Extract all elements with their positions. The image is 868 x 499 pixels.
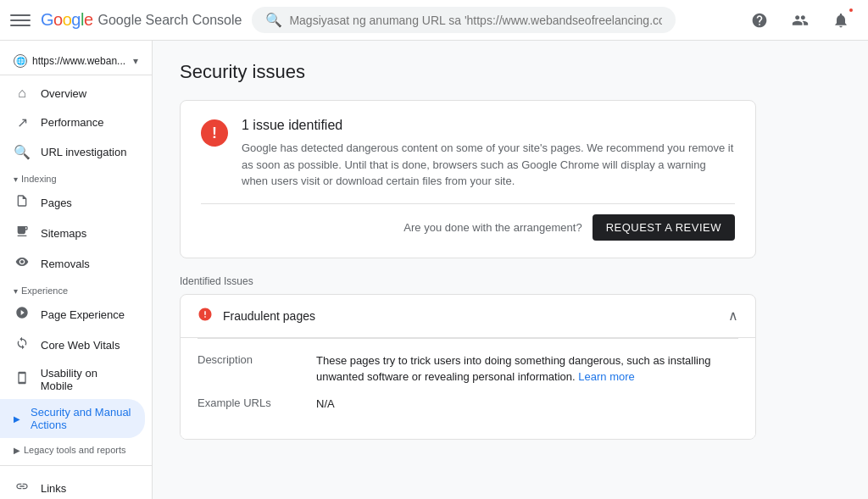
issue-description: Google has detected dangerous content on… bbox=[242, 140, 735, 190]
sidebar: 🌐 https://www.weban... ▾ ⌂ Overview ↗ Pe… bbox=[0, 41, 153, 499]
property-icon: 🌐 bbox=[14, 54, 27, 68]
topbar: Google Google Search Console 🔍 bbox=[0, 0, 868, 41]
issue-header: ! 1 issue identified Google has detected… bbox=[201, 118, 735, 190]
sidebar-item-performance-label: Performance bbox=[41, 116, 103, 129]
property-dropdown-icon: ▾ bbox=[133, 55, 138, 67]
main-content: Security issues ! 1 issue identified Goo… bbox=[153, 41, 868, 499]
app-name: Google Search Console bbox=[98, 13, 242, 28]
description-text: These pages try to trick users into doin… bbox=[316, 354, 710, 384]
sidebar-item-pages[interactable]: Pages bbox=[0, 187, 145, 218]
page-title: Security issues bbox=[180, 61, 841, 83]
home-icon: ⌂ bbox=[14, 86, 31, 101]
indexing-arrow: ▾ bbox=[14, 175, 18, 184]
fraudulent-pages-label: Fraudulent pages bbox=[223, 309, 718, 323]
property-url: https://www.weban... bbox=[32, 55, 128, 67]
help-button[interactable] bbox=[743, 3, 776, 37]
identified-issues-label: Identified Issues bbox=[180, 275, 756, 287]
issues-panel: Fraudulent pages ∧ Description These pag… bbox=[180, 294, 756, 441]
detail-row-example-urls: Example URLs N/A bbox=[198, 396, 738, 413]
sidebar-item-removals-label: Removals bbox=[41, 258, 90, 270]
indexing-section-label: Indexing bbox=[21, 174, 57, 184]
issue-body: 1 issue identified Google has detected d… bbox=[242, 118, 735, 190]
fraudulent-pages-icon bbox=[198, 307, 213, 325]
sidebar-item-links-label: Links bbox=[41, 482, 66, 495]
sidebar-item-page-experience[interactable]: Page Experience bbox=[0, 299, 145, 330]
google-wordmark: Google bbox=[41, 10, 93, 30]
sidebar-item-pages-label: Pages bbox=[41, 197, 72, 209]
sidebar-item-removals[interactable]: Removals bbox=[0, 248, 145, 279]
security-arrow: ▶ bbox=[14, 414, 20, 424]
links-icon bbox=[14, 480, 31, 496]
description-value: These pages try to trick users into doin… bbox=[316, 352, 738, 385]
chevron-up-icon: ∧ bbox=[728, 308, 738, 324]
search-input[interactable] bbox=[289, 14, 662, 27]
issue-detail: Description These pages try to trick use… bbox=[181, 339, 755, 440]
legacy-arrow: ▶ bbox=[14, 446, 20, 455]
sidebar-item-usability-mobile[interactable]: Usability on Mobile bbox=[0, 360, 145, 399]
experience-section[interactable]: ▾ Experience bbox=[0, 279, 152, 299]
pages-icon bbox=[14, 194, 31, 211]
usability-mobile-icon bbox=[14, 371, 31, 388]
search-icon: 🔍 bbox=[265, 12, 282, 28]
sidebar-item-page-experience-label: Page Experience bbox=[41, 308, 125, 321]
sidebar-item-overview-label: Overview bbox=[41, 87, 86, 100]
issue-summary-card: ! 1 issue identified Google has detected… bbox=[180, 100, 756, 258]
experience-arrow: ▾ bbox=[14, 286, 18, 296]
search-bar[interactable]: 🔍 bbox=[252, 7, 676, 33]
experience-section-label: Experience bbox=[21, 286, 68, 296]
detail-row-description: Description These pages try to trick use… bbox=[198, 352, 738, 385]
performance-icon: ↗ bbox=[14, 114, 31, 130]
sidebar-item-security[interactable]: ▶ Security and Manual Actions bbox=[0, 399, 145, 438]
menu-icon[interactable] bbox=[10, 10, 31, 30]
example-urls-label: Example URLs bbox=[198, 396, 316, 409]
issue-error-icon: ! bbox=[201, 119, 228, 147]
description-label: Description bbox=[198, 352, 316, 366]
sidebar-item-usability-mobile-label: Usability on Mobile bbox=[41, 367, 131, 392]
review-question: Are you done with the arrangement? bbox=[403, 221, 581, 234]
notifications-button[interactable] bbox=[824, 3, 858, 37]
sidebar-item-links[interactable]: Links bbox=[0, 473, 145, 499]
property-selector[interactable]: 🌐 https://www.weban... ▾ bbox=[0, 47, 152, 75]
removals-icon bbox=[14, 255, 31, 272]
legacy-section-label: Legacy tools and reports bbox=[24, 445, 125, 455]
indexing-section[interactable]: ▾ Indexing bbox=[0, 167, 152, 187]
url-inspection-icon: 🔍 bbox=[14, 144, 31, 160]
notification-badge bbox=[848, 7, 854, 14]
sidebar-item-core-web-vitals-label: Core Web Vitals bbox=[41, 339, 120, 352]
account-button[interactable] bbox=[783, 3, 817, 37]
sidebar-item-security-label: Security and Manual Actions bbox=[31, 406, 131, 431]
sidebar-item-sitemaps-label: Sitemaps bbox=[41, 227, 86, 240]
legacy-section[interactable]: ▶ Legacy tools and reports bbox=[0, 438, 152, 458]
example-urls-value: N/A bbox=[316, 396, 738, 413]
issue-actions: Are you done with the arrangement? REQUE… bbox=[201, 203, 735, 241]
sidebar-item-overview[interactable]: ⌂ Overview bbox=[0, 79, 145, 108]
sitemaps-icon bbox=[14, 225, 31, 241]
sidebar-item-performance[interactable]: ↗ Performance bbox=[0, 108, 145, 137]
sidebar-item-url-inspection-label: URL investigation bbox=[41, 146, 126, 158]
learn-more-link[interactable]: Learn more bbox=[578, 370, 634, 383]
request-review-button[interactable]: REQUEST A REVIEW bbox=[593, 214, 735, 241]
app-logo: Google Google Search Console bbox=[41, 10, 242, 30]
issue-title: 1 issue identified bbox=[242, 118, 735, 133]
layout: 🌐 https://www.weban... ▾ ⌂ Overview ↗ Pe… bbox=[0, 41, 868, 499]
fraudulent-pages-row[interactable]: Fraudulent pages ∧ bbox=[181, 295, 755, 338]
topbar-actions bbox=[743, 3, 858, 37]
core-web-vitals-icon bbox=[14, 336, 31, 353]
sidebar-item-core-web-vitals[interactable]: Core Web Vitals bbox=[0, 330, 145, 360]
page-experience-icon bbox=[14, 306, 31, 323]
sidebar-item-sitemaps[interactable]: Sitemaps bbox=[0, 218, 145, 248]
sidebar-item-url-inspection[interactable]: 🔍 URL investigation bbox=[0, 137, 145, 167]
